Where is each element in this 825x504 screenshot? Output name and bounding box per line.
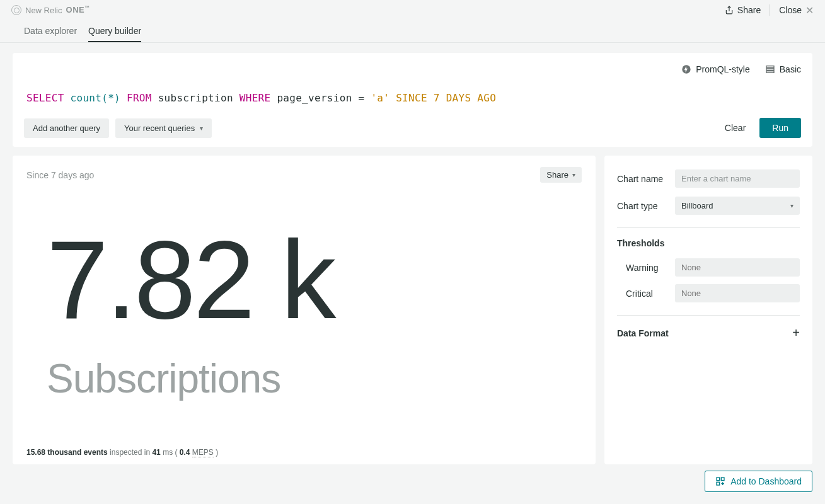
svg-rect-2 (766, 66, 774, 68)
brand-logo-icon (11, 5, 21, 15)
billboard-value: 7.82 k (47, 224, 582, 335)
result-panel: Since 7 days ago Share ▾ 7.82 k Subscrip… (13, 156, 596, 464)
critical-input[interactable] (675, 284, 800, 302)
divider (617, 315, 800, 316)
brand-name: New Relic (25, 6, 62, 15)
dashboard-add-icon (715, 476, 725, 486)
query-stats: 15.68 thousand events inspected in 41 ms… (26, 448, 582, 457)
billboard-label: Subscriptions (47, 355, 582, 402)
divider (617, 227, 800, 228)
share-button[interactable]: Share (725, 5, 761, 15)
brand: New Relic ONE™ (11, 5, 90, 15)
warning-input[interactable] (675, 258, 800, 277)
add-to-dashboard-button[interactable]: Add to Dashboard (705, 471, 812, 492)
close-button[interactable]: Close ✕ (779, 4, 814, 16)
query-panel: PromQL-style Basic SELECT count(*) FROM … (13, 53, 812, 147)
chart-name-label: Chart name (617, 174, 663, 184)
basic-icon (765, 64, 775, 74)
svg-rect-5 (717, 478, 720, 481)
chart-type-label: Chart type (617, 201, 658, 211)
chevron-down-icon: ▾ (790, 202, 793, 209)
data-format-heading: Data Format (617, 328, 669, 338)
svg-rect-3 (766, 69, 774, 71)
promql-icon (681, 64, 691, 74)
tab-data-explorer[interactable]: Data explorer (24, 26, 77, 42)
share-icon (725, 6, 734, 14)
chart-name-input[interactable] (675, 169, 800, 188)
promql-style-option[interactable]: PromQL-style (681, 64, 750, 74)
recent-queries-button[interactable]: Your recent queries ▾ (115, 118, 212, 138)
close-icon: ✕ (805, 4, 814, 16)
add-another-query-button[interactable]: Add another query (24, 118, 109, 138)
run-button[interactable]: Run (759, 118, 801, 138)
svg-rect-7 (717, 482, 720, 485)
chevron-down-icon: ▾ (200, 125, 203, 132)
chevron-down-icon: ▾ (572, 171, 575, 178)
basic-option[interactable]: Basic (765, 64, 801, 74)
divider (770, 4, 770, 16)
warning-label: Warning (617, 263, 659, 273)
chart-type-select[interactable]: Billboard ▾ (675, 197, 800, 215)
query-editor[interactable]: SELECT count(*) FROM subscription WHERE … (24, 92, 801, 118)
tabs: Data explorer Query builder (0, 20, 825, 43)
share-result-button[interactable]: Share ▾ (540, 167, 582, 183)
chart-settings-panel: Chart name Chart type Billboard ▾ Thresh… (604, 156, 812, 464)
svg-rect-6 (721, 478, 724, 481)
svg-rect-4 (766, 71, 774, 73)
tab-query-builder[interactable]: Query builder (88, 26, 141, 42)
critical-label: Critical (617, 289, 653, 299)
time-range-label: Since 7 days ago (26, 170, 94, 180)
plus-icon[interactable]: + (792, 326, 800, 340)
thresholds-heading: Thresholds (617, 238, 800, 248)
clear-button[interactable]: Clear (725, 123, 746, 133)
